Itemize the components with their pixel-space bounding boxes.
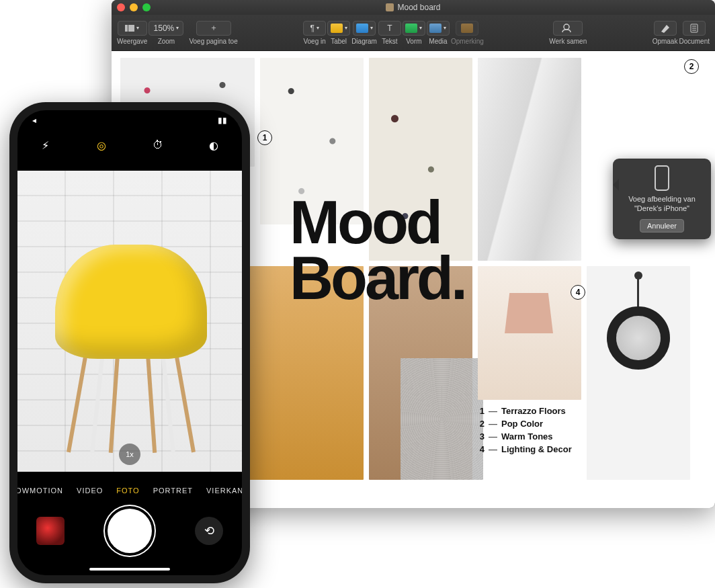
iphone-screen: ◂ ▮▮ ⚡︎ ◎ ⏱ ◐ 1x LOWMOTION VIDEO FOTO PO… — [17, 110, 242, 575]
iphone-notch — [76, 110, 183, 129]
zoom-button[interactable]: 150% Zoom — [149, 21, 183, 45]
headline-line-1: Mood — [290, 195, 465, 251]
window-title: Mood board — [112, 3, 715, 12]
subject-chair — [48, 231, 214, 453]
headline-line-2: Board. — [290, 251, 465, 306]
legend[interactable]: 1—Terrazzo Floors 2—Pop Color 3—Warm Ton… — [478, 406, 581, 457]
table-button[interactable]: Tabel — [327, 21, 350, 45]
document-button[interactable]: Document — [679, 21, 710, 45]
shape-button[interactable]: Vorm — [403, 21, 425, 45]
camera-viewfinder[interactable]: 1x — [17, 171, 242, 472]
filters-icon[interactable]: ◐ — [206, 137, 222, 153]
legend-row: 2—Pop Color — [478, 419, 581, 429]
media-button[interactable]: Media — [427, 21, 450, 45]
window-titlebar: Mood board — [112, 0, 715, 15]
status-right-icons: ▮▮ — [218, 116, 227, 125]
camera-bottom-controls: ⟲ — [17, 504, 242, 558]
chart-button[interactable]: Diagram — [351, 21, 377, 45]
toolbar: Weergave 150% Zoom ＋ Voeg pagina toe ¶ V… — [112, 15, 715, 51]
legend-row: 3—Warm Tones — [478, 431, 581, 442]
continuity-camera-popover: Voeg afbeelding van "Derek's iPhone" Ann… — [613, 159, 711, 239]
mirror-icon — [607, 306, 670, 370]
add-page-button[interactable]: ＋ Voeg pagina toe — [189, 21, 237, 45]
zoom-value: 150% — [149, 21, 183, 36]
iphone-device: ◂ ▮▮ ⚡︎ ◎ ⏱ ◐ 1x LOWMOTION VIDEO FOTO PO… — [9, 102, 250, 583]
mode-video[interactable]: VIDEO — [77, 487, 103, 495]
zoom-badge[interactable]: 1x — [119, 444, 140, 465]
collaborate-button[interactable]: Werk samen — [549, 21, 587, 45]
mode-photo[interactable]: FOTO — [116, 487, 139, 495]
flash-icon[interactable]: ⚡︎ — [38, 137, 54, 153]
home-indicator[interactable] — [89, 568, 170, 571]
camera-top-controls: ⚡︎ ◎ ⏱ ◐ — [17, 137, 242, 153]
mode-square[interactable]: VIERKANT — [206, 487, 242, 495]
callout-1[interactable]: 1 — [257, 130, 272, 145]
camera-modes: LOWMOTION VIDEO FOTO PORTRET VIERKANT — [17, 487, 242, 495]
shutter-button[interactable] — [108, 509, 152, 553]
window-title-text: Mood board — [397, 3, 440, 12]
svg-rect-0 — [125, 25, 128, 32]
popover-line-1: Voeg afbeelding van — [618, 195, 706, 204]
live-photo-icon[interactable]: ◎ — [93, 137, 110, 153]
document-icon — [386, 3, 394, 11]
timer-icon[interactable]: ⏱ — [150, 137, 166, 153]
popover-line-2: "Derek's iPhone" — [618, 204, 706, 214]
mode-slowmo[interactable]: LOWMOTION — [17, 487, 63, 495]
flip-camera-button[interactable]: ⟲ — [195, 517, 223, 545]
moodboard-image-marble[interactable] — [478, 58, 581, 261]
insert-button[interactable]: ¶ Voeg in — [303, 21, 326, 45]
callout-4[interactable]: 4 — [571, 285, 585, 300]
moodboard-image-lamp[interactable] — [478, 266, 581, 400]
svg-rect-1 — [128, 25, 134, 32]
format-button[interactable]: Opmaak — [653, 21, 678, 45]
svg-point-2 — [564, 24, 569, 30]
cancel-button[interactable]: Annuleer — [640, 219, 684, 233]
headline-text[interactable]: Mood Board. — [290, 195, 465, 306]
text-button[interactable]: T Tekst — [378, 21, 401, 45]
legend-row: 4—Lighting & Decor — [478, 444, 581, 454]
legend-row: 1—Terrazzo Floors — [478, 406, 581, 416]
moodboard-image-fur[interactable] — [401, 358, 483, 480]
iphone-outline-icon — [655, 165, 669, 191]
callout-2[interactable]: 2 — [684, 59, 699, 74]
mode-portrait[interactable]: PORTRET — [153, 487, 193, 495]
comment-button[interactable]: Opmerking — [451, 21, 484, 45]
status-left-icon: ◂ — [32, 116, 36, 125]
view-button[interactable]: Weergave — [117, 21, 147, 45]
last-photo-thumbnail[interactable] — [36, 517, 65, 545]
moodboard-image-mirror[interactable] — [587, 266, 690, 480]
